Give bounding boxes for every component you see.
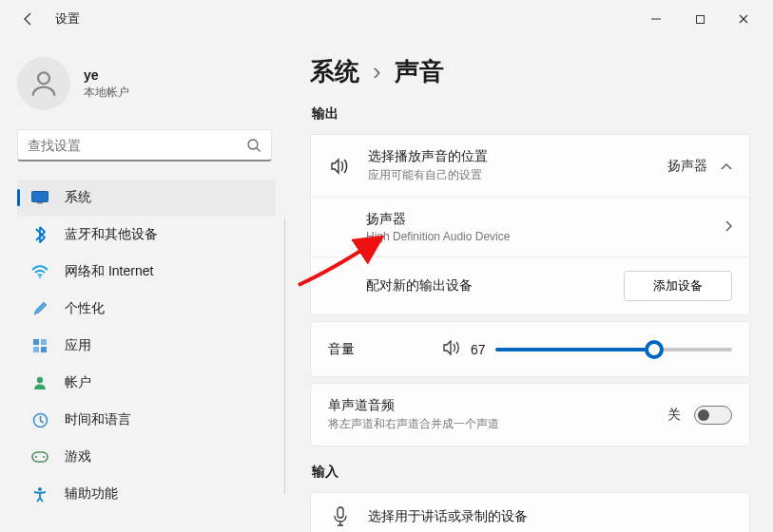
nav-label: 个性化: [65, 300, 105, 317]
svg-point-7: [39, 276, 41, 278]
speaker-device-row[interactable]: 扬声器 High Definition Audio Device: [311, 197, 749, 256]
volume-card: 音量 67: [310, 321, 750, 377]
svg-rect-18: [338, 507, 343, 518]
nav-accounts[interactable]: 帐户: [17, 365, 276, 401]
nav-bluetooth[interactable]: 蓝牙和其他设备: [17, 217, 276, 253]
speaker-sound-icon: [328, 157, 353, 176]
user-name: ye: [84, 67, 129, 83]
avatar: [17, 57, 70, 110]
breadcrumb-separator: ›: [373, 57, 381, 86]
mono-audio-row[interactable]: 单声道音频 将左声道和右声道合并成一个声道 关: [311, 384, 749, 446]
nav-time-language[interactable]: 时间和语言: [17, 402, 276, 438]
user-profile[interactable]: ye 本地帐户: [11, 51, 281, 124]
close-icon: [738, 13, 749, 25]
speaker-title: 扬声器: [366, 211, 725, 228]
volume-label: 音量: [328, 341, 442, 358]
sidebar-divider: [284, 218, 285, 494]
accessibility-icon: [30, 484, 49, 504]
svg-rect-8: [33, 339, 39, 345]
svg-point-16: [43, 456, 45, 458]
back-button[interactable]: [17, 8, 40, 30]
mono-subtitle: 将左声道和右声道合并成一个声道: [328, 416, 667, 432]
titlebar: 设置: [0, 0, 773, 38]
chevron-up-icon: [721, 159, 732, 174]
clock-globe-icon: [30, 410, 49, 429]
nav-list: 系统 蓝牙和其他设备 网络和 Internet 个性化 应用 帐户: [11, 179, 281, 532]
wifi-icon: [30, 262, 49, 281]
arrow-left-icon: [21, 11, 36, 27]
nav-label: 帐户: [65, 374, 91, 391]
svg-rect-9: [41, 339, 47, 345]
svg-rect-14: [32, 452, 48, 462]
nav-gaming[interactable]: 游戏: [17, 439, 276, 475]
content-area: 系统 › 声音 输出 选择播放声音的位置 应用可能有自己的设置 扬声器: [285, 38, 773, 532]
search-input[interactable]: [28, 138, 246, 153]
svg-point-3: [248, 140, 258, 149]
volume-row: 音量 67: [311, 322, 749, 376]
choose-input-title: 选择用于讲话或录制的设备: [368, 508, 732, 525]
output-device-card: 选择播放声音的位置 应用可能有自己的设置 扬声器 扬声器 High Defini…: [310, 134, 750, 315]
bluetooth-icon: [30, 225, 49, 244]
slider-fill: [495, 348, 654, 352]
search-icon: [246, 138, 261, 153]
svg-rect-1: [696, 15, 704, 23]
nav-apps[interactable]: 应用: [17, 328, 276, 364]
svg-rect-11: [41, 347, 47, 352]
brush-icon: [30, 299, 49, 318]
svg-point-2: [38, 72, 49, 84]
minimize-icon: [650, 13, 662, 25]
window-title: 设置: [55, 10, 80, 28]
nav-label: 辅助功能: [65, 485, 118, 503]
svg-rect-5: [32, 192, 48, 202]
volume-icon[interactable]: [442, 339, 461, 359]
mono-state-label: 关: [667, 407, 681, 424]
window-controls: [634, 4, 765, 34]
account-icon: [30, 373, 49, 392]
minimize-button[interactable]: [634, 4, 678, 34]
breadcrumb-parent[interactable]: 系统: [310, 55, 359, 88]
choose-output-title: 选择播放声音的位置: [368, 148, 667, 165]
choose-output-row[interactable]: 选择播放声音的位置 应用可能有自己的设置 扬声器: [311, 135, 749, 197]
pair-output-row: 配对新的输出设备 添加设备: [311, 256, 749, 314]
volume-slider[interactable]: [495, 348, 732, 352]
breadcrumb-current: 声音: [395, 55, 444, 88]
maximize-icon: [695, 14, 705, 25]
pair-output-title: 配对新的输出设备: [366, 277, 624, 294]
nav-label: 应用: [65, 337, 91, 354]
nav-network[interactable]: 网络和 Internet: [17, 254, 276, 290]
maximize-button[interactable]: [678, 4, 722, 34]
mono-audio-card: 单声道音频 将左声道和右声道合并成一个声道 关: [310, 383, 750, 446]
add-device-button[interactable]: 添加设备: [624, 271, 732, 301]
breadcrumb: 系统 › 声音: [310, 55, 750, 88]
svg-point-17: [38, 487, 42, 491]
choose-output-value: 扬声器: [667, 158, 707, 175]
toggle-knob: [698, 409, 709, 421]
nav-label: 网络和 Internet: [65, 263, 153, 280]
svg-rect-10: [33, 347, 39, 352]
user-subtitle: 本地帐户: [84, 85, 129, 101]
nav-label: 游戏: [65, 448, 91, 466]
nav-personalization[interactable]: 个性化: [17, 291, 276, 327]
microphone-icon: [328, 506, 353, 527]
sidebar: ye 本地帐户 系统 蓝牙和其他设备 网络和 Internet: [0, 38, 285, 532]
svg-rect-6: [37, 202, 43, 204]
choose-input-row[interactable]: 选择用于讲话或录制的设备: [311, 493, 749, 532]
svg-point-15: [35, 456, 37, 458]
nav-label: 时间和语言: [65, 411, 131, 428]
input-section-label: 输入: [312, 464, 750, 481]
input-device-card: 选择用于讲话或录制的设备: [310, 492, 750, 532]
nav-system[interactable]: 系统: [17, 180, 276, 216]
mono-toggle[interactable]: [694, 406, 732, 425]
output-section-label: 输出: [312, 105, 750, 123]
apps-icon: [30, 336, 49, 355]
svg-line-4: [257, 148, 261, 152]
nav-accessibility[interactable]: 辅助功能: [17, 476, 276, 512]
search-box[interactable]: [17, 129, 272, 162]
nav-label: 蓝牙和其他设备: [65, 226, 158, 243]
person-icon: [28, 67, 60, 100]
slider-thumb[interactable]: [645, 340, 664, 359]
choose-output-subtitle: 应用可能有自己的设置: [368, 167, 667, 183]
close-button[interactable]: [722, 4, 765, 34]
display-icon: [30, 188, 49, 207]
volume-value: 67: [471, 342, 486, 357]
